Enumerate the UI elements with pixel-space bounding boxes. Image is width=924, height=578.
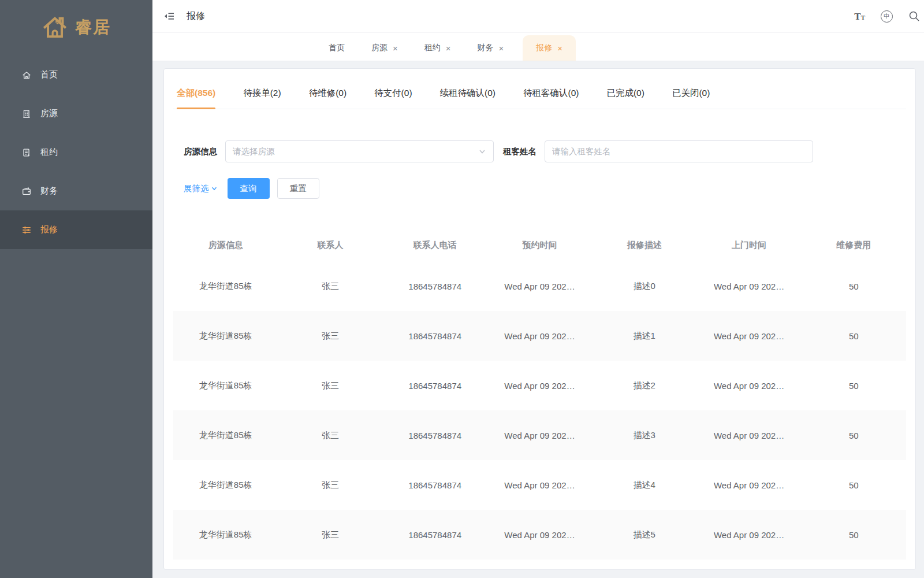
repair-table: 房源信息联系人联系人电话预约时间报修描述上门时间维修费用 龙华街道85栋张三18… <box>173 229 906 560</box>
table-cell: 18645784874 <box>383 530 487 540</box>
table-body: 龙华街道85栋张三18645784874Wed Apr 09 202…描述0We… <box>173 261 906 560</box>
table-cell: 18645784874 <box>383 480 487 490</box>
table-cell: 50 <box>802 381 906 391</box>
table-cell: 张三 <box>278 331 382 342</box>
table-cell: 描述1 <box>592 331 696 342</box>
table-cell: Wed Apr 09 202… <box>487 480 592 490</box>
tagview-track: 首页房源×租约×财务×报修× <box>321 35 576 61</box>
status-tab-pending-repair[interactable]: 待维修(0) <box>309 87 346 109</box>
table-row[interactable]: 龙华街道85栋张三18645784874Wed Apr 09 202…描述3We… <box>173 410 906 460</box>
table-cell: Wed Apr 09 202… <box>487 431 592 440</box>
tag-home[interactable]: 首页 <box>321 35 352 61</box>
table-row[interactable]: 龙华街道85栋张三18645784874Wed Apr 09 202…描述2We… <box>173 361 906 410</box>
house-select[interactable]: 请选择房源 <box>225 140 494 162</box>
table-cell: 龙华街道85栋 <box>173 380 278 391</box>
table-cell: 18645784874 <box>383 281 487 291</box>
table-cell: 50 <box>802 281 906 291</box>
sidebar-item-lease[interactable]: 租约 <box>0 133 152 172</box>
status-tabs: 全部(856)待接单(2)待维修(0)待支付(0)续租待确认(0)待租客确认(0… <box>173 69 906 109</box>
sidebar-item-label: 房源 <box>40 108 58 119</box>
main-area: 报修 TT 中 首页房源×租约×财务×报修× 全部(856)待接单(2)待维修(… <box>152 0 924 578</box>
tag-lease[interactable]: 租约× <box>417 35 459 61</box>
table-row[interactable]: 龙华街道85栋张三18645784874Wed Apr 09 202…描述0We… <box>173 261 906 311</box>
status-tab-pending-pay[interactable]: 待支付(0) <box>374 87 412 109</box>
search-icon[interactable] <box>908 10 920 22</box>
reset-button[interactable]: 重置 <box>277 178 319 199</box>
tag-finance[interactable]: 财务× <box>470 35 512 61</box>
search-button[interactable]: 查询 <box>228 178 270 199</box>
tag-houses[interactable]: 房源× <box>364 35 405 61</box>
table-cell: 18645784874 <box>383 381 487 391</box>
table-cell: 18645784874 <box>383 331 487 341</box>
sidebar-item-houses[interactable]: 房源 <box>0 94 152 133</box>
table-row[interactable]: 龙华街道85栋张三18645784874Wed Apr 09 202…描述1We… <box>173 311 906 361</box>
table-row[interactable]: 龙华街道85栋张三18645784874Wed Apr 09 202…描述4We… <box>173 460 906 510</box>
table-cell: 龙华街道85栋 <box>173 281 278 292</box>
close-icon[interactable]: × <box>393 44 398 53</box>
table-cell: Wed Apr 09 202… <box>487 331 592 341</box>
status-tab-renew-confirm[interactable]: 续租待确认(0) <box>440 87 495 109</box>
sidebar-item-label: 租约 <box>40 147 58 158</box>
chevron-down-icon <box>211 185 218 192</box>
table-cell: Wed Apr 09 202… <box>696 381 801 391</box>
sidebar-item-repair[interactable]: 报修 <box>0 210 152 249</box>
table-row[interactable]: 龙华街道85栋张三18645784874Wed Apr 09 202…描述5We… <box>173 510 906 560</box>
font-size-icon[interactable]: TT <box>854 12 865 21</box>
column-header: 维修费用 <box>802 240 906 251</box>
sidebar: 睿居 首页房源租约财务报修 <box>0 0 152 578</box>
expand-filters-link[interactable]: 展筛选 <box>184 183 218 194</box>
tagview-bar: 首页房源×租约×财务×报修× <box>152 33 924 61</box>
table-cell: 张三 <box>278 430 382 441</box>
status-tab-finished[interactable]: 已完成(0) <box>606 87 644 109</box>
chevron-down-icon <box>478 147 486 155</box>
column-header: 联系人 <box>278 240 382 251</box>
status-tab-all[interactable]: 全部(856) <box>177 87 215 109</box>
status-tab-closed[interactable]: 已关闭(0) <box>672 87 710 109</box>
expand-filters-label: 展筛选 <box>184 183 209 194</box>
page-title: 报修 <box>187 10 205 23</box>
brand-name: 睿居 <box>75 16 111 39</box>
table-cell: Wed Apr 09 202… <box>696 331 801 341</box>
table-cell: Wed Apr 09 202… <box>696 431 801 440</box>
table-cell: 50 <box>802 431 906 440</box>
table-cell: 张三 <box>278 529 382 540</box>
content: 全部(856)待接单(2)待维修(0)待支付(0)续租待确认(0)待租客确认(0… <box>152 61 924 578</box>
topbar: 报修 TT 中 <box>152 0 924 33</box>
sidebar-item-home[interactable]: 首页 <box>0 55 152 94</box>
tag-label: 租约 <box>424 43 441 53</box>
sidebar-item-finance[interactable]: 财务 <box>0 172 152 210</box>
table-cell: Wed Apr 09 202… <box>696 480 801 490</box>
table-cell: 描述4 <box>592 480 696 491</box>
tag-repair[interactable]: 报修× <box>523 35 576 61</box>
status-tab-tenant-confirm[interactable]: 待租客确认(0) <box>523 87 579 109</box>
close-icon[interactable]: × <box>446 44 451 53</box>
status-tab-pending-accept[interactable]: 待接单(2) <box>243 87 281 109</box>
table-cell: 描述5 <box>592 529 696 540</box>
column-header: 预约时间 <box>487 240 592 251</box>
column-header: 报修描述 <box>592 240 696 251</box>
language-icon[interactable]: 中 <box>881 10 893 23</box>
table-cell: 龙华街道85栋 <box>173 480 278 491</box>
tenant-filter-label: 租客姓名 <box>503 146 536 157</box>
home-icon <box>21 70 32 80</box>
close-icon[interactable]: × <box>557 44 562 53</box>
column-header: 房源信息 <box>173 240 278 251</box>
close-icon[interactable]: × <box>499 44 504 53</box>
tenant-name-input[interactable] <box>545 140 813 162</box>
table-cell: Wed Apr 09 202… <box>487 381 592 391</box>
table-cell: Wed Apr 09 202… <box>696 281 801 291</box>
table-cell: 张三 <box>278 480 382 491</box>
tag-label: 财务 <box>478 43 494 53</box>
table-cell: 50 <box>802 480 906 490</box>
brand-logo[interactable]: 睿居 <box>0 0 152 55</box>
action-row: 展筛选 查询 重置 <box>173 178 906 199</box>
table-cell: 50 <box>802 530 906 540</box>
collapse-sidebar-icon[interactable] <box>163 10 176 23</box>
table-cell: 张三 <box>278 380 382 391</box>
finance-icon <box>21 186 32 197</box>
building-icon <box>21 109 32 119</box>
topbar-actions: TT 中 <box>854 10 916 23</box>
app-root: 睿居 首页房源租约财务报修 报修 TT 中 <box>0 0 924 578</box>
table-cell: 18645784874 <box>383 431 487 440</box>
repair-icon <box>21 225 32 235</box>
